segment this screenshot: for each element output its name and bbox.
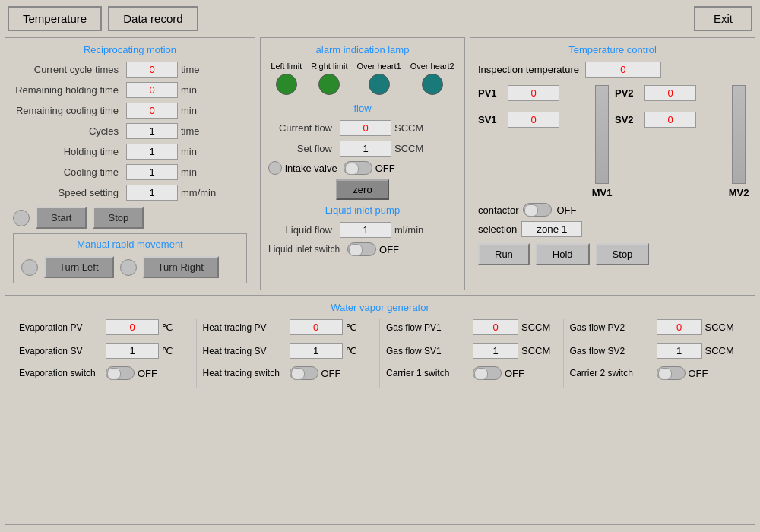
evap-pv-unit: ℃: [162, 321, 173, 333]
sv1-input[interactable]: [508, 112, 559, 128]
start-button[interactable]: Start: [36, 207, 87, 229]
heat-pv-row: Heat tracing PV ℃: [203, 319, 374, 335]
pv2-input[interactable]: [644, 85, 696, 101]
cooling-time-row: Cooling time min: [13, 164, 247, 180]
cooling-time-unit: min: [181, 166, 211, 178]
turn-left-button[interactable]: Turn Left: [44, 256, 114, 278]
evap-switch-state: OFF: [138, 368, 157, 379]
holding-time-input[interactable]: [126, 144, 178, 160]
current-flow-unit: SCCM: [394, 122, 425, 134]
pv1-input[interactable]: [508, 85, 559, 101]
mv2-bar: [732, 85, 746, 184]
gas-sv2-row: Gas flow SV2 SCCM: [570, 343, 742, 359]
temp-stop-button[interactable]: Stop: [596, 243, 650, 265]
start-indicator: [13, 210, 30, 226]
inspection-temp-input[interactable]: [585, 62, 661, 78]
manual-title: Manual rapid movement: [21, 239, 239, 250]
manual-btn-row: Turn Left Turn Right: [21, 256, 239, 278]
current-cycle-input[interactable]: [126, 62, 178, 78]
speed-setting-label: Speed setting: [13, 187, 123, 198]
gas-sv1-input[interactable]: [473, 343, 518, 359]
stop-button[interactable]: Stop: [93, 207, 144, 229]
liquid-switch-label: Liquid inlet switch: [268, 244, 344, 255]
remaining-hold-input[interactable]: [126, 82, 178, 98]
heat-switch-toggle[interactable]: [290, 366, 318, 380]
pv-sv-mv-section: PV1 SV1 MV1 PV2: [478, 85, 747, 198]
sv2-input[interactable]: [644, 112, 696, 128]
gas-pv2-label: Gas flow PV2: [570, 322, 654, 333]
evap-sv-row: Evaporation SV ℃: [19, 343, 190, 359]
evap-switch-toggle[interactable]: [106, 366, 135, 380]
turn-right-indicator: [120, 259, 137, 276]
lamp-left-limit: Left limit: [271, 62, 302, 95]
carrier1-switch-row: Carrier 1 switch OFF: [386, 366, 557, 380]
current-flow-row: Current flow SCCM: [268, 120, 457, 136]
heat-tracing-col: Heat tracing PV ℃ Heat tracing SV ℃ Heat…: [197, 319, 381, 388]
holding-time-unit: min: [181, 146, 211, 157]
remaining-hold-label: Remaining holding time: [13, 84, 123, 96]
heat-pv-unit: ℃: [346, 321, 357, 333]
carrier2-switch-row: Carrier 2 switch OFF: [570, 366, 742, 380]
remaining-cool-row: Remaining cooling time min: [13, 103, 247, 119]
sv1-row: SV1: [478, 112, 589, 128]
pv2-row: PV2: [615, 85, 726, 101]
heat-sv-unit: ℃: [346, 345, 357, 356]
pv2-label: PV2: [615, 87, 641, 99]
gas-pv2-input[interactable]: [657, 319, 702, 335]
speed-setting-input[interactable]: [126, 185, 178, 201]
zero-button[interactable]: zero: [336, 179, 388, 200]
data-record-button[interactable]: Data record: [108, 6, 198, 31]
mv2-label: MV2: [729, 187, 749, 198]
liquid-switch-toggle[interactable]: [347, 242, 376, 256]
gas-flow2-col: Gas flow PV2 SCCM Gas flow SV2 SCCM Carr…: [564, 319, 748, 388]
intake-valve-state: OFF: [375, 163, 395, 174]
lamp-left-limit-label: Left limit: [271, 62, 302, 71]
set-flow-input[interactable]: [340, 141, 391, 157]
cycles-input[interactable]: [126, 123, 178, 139]
run-button[interactable]: Run: [478, 243, 530, 265]
contactor-state: OFF: [556, 204, 576, 216]
current-flow-label: Current flow: [268, 122, 337, 134]
heat-pv-input[interactable]: [290, 319, 343, 335]
carrier1-toggle[interactable]: [473, 366, 502, 380]
exit-button[interactable]: Exit: [694, 6, 752, 31]
cycles-row: Cycles time: [13, 123, 247, 139]
selection-input[interactable]: [521, 221, 582, 237]
evap-sv-input[interactable]: [106, 343, 159, 359]
intake-valve-toggle[interactable]: [344, 161, 372, 175]
lamp-right-limit-indicator: [318, 74, 340, 95]
intake-valve-row: intake valve OFF: [268, 161, 457, 175]
manual-panel: Manual rapid movement Turn Left Turn Rig…: [13, 233, 247, 283]
carrier1-state: OFF: [505, 368, 524, 379]
cooling-time-input[interactable]: [126, 164, 178, 180]
liquid-switch-row: Liquid inlet switch OFF: [268, 242, 457, 256]
bottom-grid: Evaporation PV ℃ Evaporation SV ℃ Evapor…: [13, 319, 747, 388]
gas-pv1-input[interactable]: [473, 319, 518, 335]
remaining-cool-input[interactable]: [126, 103, 178, 119]
lamp-right-limit-label: Right limit: [311, 62, 347, 71]
selection-row: selection: [478, 221, 747, 237]
current-flow-input[interactable]: [340, 120, 391, 136]
lamp-over-heart2-indicator: [422, 74, 443, 95]
lamp-left-limit-indicator: [276, 74, 297, 95]
carrier2-toggle[interactable]: [657, 366, 686, 380]
lamp-over-heart1-indicator: [369, 74, 390, 95]
middle-panel: alarm indication lamp Left limit Right l…: [260, 37, 465, 290]
evap-pv-input[interactable]: [106, 319, 159, 335]
turn-right-button[interactable]: Turn Right: [143, 256, 219, 278]
inspection-temp-row: Inspection temperature: [478, 62, 747, 78]
pv1-label: PV1: [478, 87, 505, 99]
liquid-section: Liquid inlet pump Liquid flow ml/min Liq…: [268, 204, 457, 256]
carrier1-label: Carrier 1 switch: [386, 368, 470, 378]
gas-sv2-input[interactable]: [657, 343, 702, 359]
heat-sv-row: Heat tracing SV ℃: [203, 343, 374, 359]
heat-sv-input[interactable]: [290, 343, 343, 359]
evaporation-col: Evaporation PV ℃ Evaporation SV ℃ Evapor…: [13, 319, 197, 388]
gas-flow1-col: Gas flow PV1 SCCM Gas flow SV1 SCCM Carr…: [380, 319, 564, 388]
mv1-col: MV1: [594, 85, 610, 198]
liquid-flow-input[interactable]: [340, 222, 391, 238]
flow-title: flow: [268, 103, 457, 114]
temperature-button[interactable]: Temperature: [8, 6, 102, 31]
hold-button[interactable]: Hold: [536, 243, 590, 265]
contactor-toggle[interactable]: [523, 203, 552, 217]
